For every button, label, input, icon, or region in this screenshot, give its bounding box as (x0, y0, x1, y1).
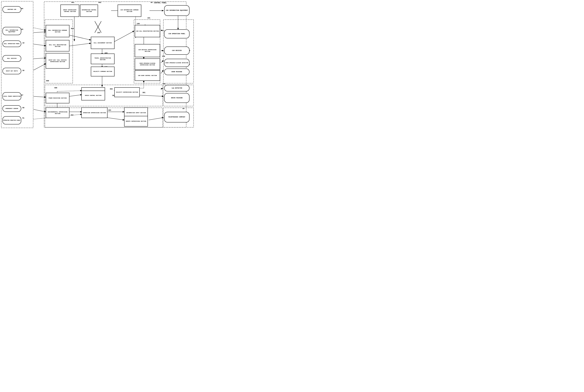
hoist-way-units-box: HOIST WAY UNITS (3, 68, 21, 74)
svg-line-29 (161, 70, 163, 74)
num-601: 601 (71, 2, 75, 4)
drive-control-box: DRIVE CONTROL SECTION (81, 90, 105, 100)
num-402: 402 (70, 114, 74, 116)
num-100: 100 (136, 23, 140, 25)
hall-devices-box: HALL DEVICES (3, 55, 21, 62)
num-200: 200 (162, 56, 165, 57)
svg-line-17 (34, 28, 46, 30)
svg-line-34 (161, 88, 163, 89)
emergency-sensor-box: EMERGENCY SENSOR (3, 105, 21, 112)
car-operation-panel-box: CAR OPERATION PANEL (164, 30, 190, 38)
svg-point-53 (143, 81, 144, 82)
num-57: 57 (21, 94, 24, 96)
num-63: 63 (21, 28, 24, 30)
num-59: 59 (182, 108, 185, 110)
group-supervisory-box: GROUP SUPERVISORY CONTROL SECTION (61, 4, 79, 17)
operation-supervising-box: OPERATION SUPERVISING SECTION (81, 108, 108, 118)
svg-line-18 (34, 32, 46, 33)
num-300: 300 (162, 83, 166, 85)
car-devices-box: CAR DEVICES (164, 46, 190, 55)
num-400: 400 (54, 87, 58, 89)
num-600: 600 (71, 28, 74, 30)
num-403: 403 (108, 110, 111, 111)
hall-info-equipment-box: HALL INFORMATION EQUIPMENT (3, 27, 21, 35)
control-panel-label: CONTROL PANEL (154, 2, 167, 4)
power-receiving-box: POWER RECEIVING SECTION (46, 93, 70, 103)
svg-line-13 (95, 21, 101, 33)
call-assignment-box: CALL ASSIGNMENT SECTION (91, 37, 115, 49)
environmental-supervising-box: ENVIRONMENTAL SUPERVISING SECTION (46, 108, 70, 118)
num-602: 602 (98, 2, 102, 4)
svg-line-20 (34, 58, 46, 59)
svg-line-51 (57, 90, 82, 92)
car-info-command-box: CAR INFORMATION COMMAND SECTION (118, 4, 141, 17)
svg-line-36 (34, 96, 46, 97)
velocity-command-box: VELOCITY COMMAND SECTION (91, 66, 115, 76)
car-call-registration-box: CAR CALL REGISTRATION SECTION (135, 25, 160, 37)
svg-line-14 (95, 21, 101, 33)
car-door-control-box: CAR DOOR CONTROL SECTION (135, 70, 160, 81)
another-car-box: ANOTHER CAR (3, 6, 21, 13)
hall-info-command-box: HALL INFORMATION COMMAND SECTION (46, 25, 70, 37)
num-302: 302 (110, 88, 113, 90)
car-devices-supervising-box: CAR DEVICES SUPERVISING SECTION (135, 44, 160, 57)
num-39: 39 (22, 70, 25, 72)
num-10: 10 (22, 42, 25, 44)
rpm-detector-box: rpm DETECTOR (164, 85, 190, 92)
svg-line-21 (34, 64, 46, 70)
num-500: 500 (46, 80, 49, 82)
hall-call-registration-box: HALL CALL REGISTRATION SECTION (46, 40, 70, 52)
diagram: CONTROL PANEL 60 601 602 101 100 102 600… (0, 0, 194, 130)
svg-line-35 (70, 95, 82, 96)
travel-admin-box: TRAVEL ADMINISTRATION SECTION (91, 54, 115, 64)
door-opening-detector-box: DOOR OPENING/CLOSING DETECTOR (164, 59, 190, 67)
maintenance-company-box: MAINTENANCE COMPANY (164, 112, 190, 122)
svg-line-22 (114, 31, 134, 42)
svg-line-19 (34, 44, 46, 46)
drive-machine-box: DRIVE MACHINE (164, 93, 190, 103)
door-opening-supervising-box: DOOR OPENING/CLOSING SUPERVISING SECTION (135, 58, 160, 70)
hall-operation-panel-box: HALL OPERATION PANEL (3, 40, 21, 47)
num-58: 58 (22, 107, 25, 109)
hoist-hall-devices-box: HOIST WAY/ HALL DEVICES SUPERVISING SECT… (46, 53, 70, 68)
svg-line-28 (161, 60, 163, 63)
num-103: 103 (97, 32, 101, 34)
door-machine-box: DOOR MACHINE (164, 68, 190, 75)
operator-monitor-panel-box: OPERATOR MONITOR PANEL (3, 116, 21, 124)
velocity-supervising-box: VELOCITY SUPERVISING SECTION (114, 87, 140, 97)
num-101: 101 (147, 17, 151, 19)
num-64: 64 (21, 8, 24, 10)
num-301: 301 (142, 92, 146, 94)
svg-line-41 (149, 118, 163, 120)
num-60: 60 (150, 2, 153, 4)
local-power-substation-box: LOCAL POWER SUBSTATION (3, 92, 21, 100)
info-control-box: INFORMATION CONTROL SECTION (80, 4, 98, 17)
svg-line-37 (34, 110, 46, 112)
num-61: 61 (22, 117, 25, 119)
car-info-equipment-box: CAR INFORMATION EQUIPMENT (164, 5, 190, 16)
remote-supervising-box: REMOTE SUPERVISING SECTION (124, 116, 148, 126)
